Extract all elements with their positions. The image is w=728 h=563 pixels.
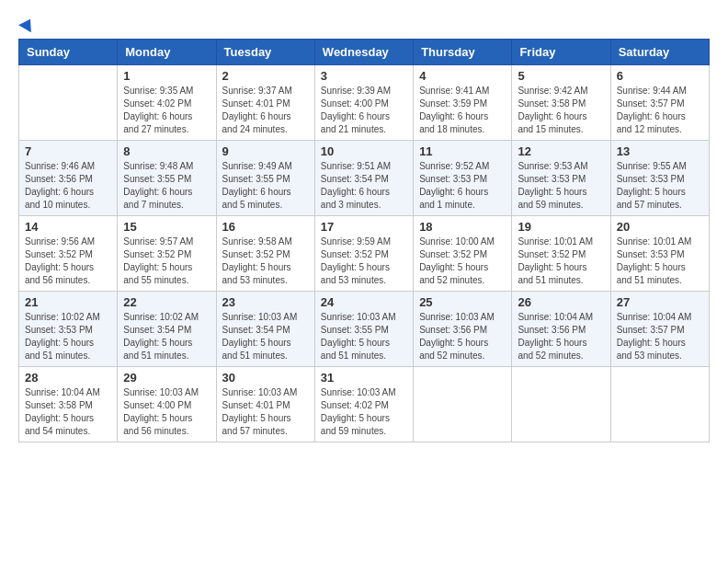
calendar-cell: 8Sunrise: 9:48 AMSunset: 3:55 PMDaylight… [118, 141, 216, 216]
day-info: Sunrise: 9:55 AMSunset: 3:53 PMDaylight:… [617, 160, 703, 212]
day-number: 13 [617, 144, 703, 158]
day-number: 21 [25, 295, 111, 309]
day-number: 31 [321, 371, 407, 385]
column-header-friday: Friday [512, 40, 610, 65]
day-info: Sunrise: 10:00 AMSunset: 3:52 PMDaylight… [419, 236, 506, 287]
day-number: 5 [518, 69, 604, 83]
column-header-sunday: Sunday [19, 40, 118, 65]
calendar-cell: 23Sunrise: 10:03 AMSunset: 3:54 PMDaylig… [216, 292, 314, 367]
day-info: Sunrise: 9:46 AMSunset: 3:56 PMDaylight:… [25, 160, 111, 212]
day-info: Sunrise: 10:01 AMSunset: 3:53 PMDaylight… [617, 236, 703, 287]
calendar-cell: 31Sunrise: 10:03 AMSunset: 4:02 PMDaylig… [314, 367, 413, 442]
calendar-header-row: SundayMondayTuesdayWednesdayThursdayFrid… [19, 40, 710, 65]
calendar-cell: 10Sunrise: 9:51 AMSunset: 3:54 PMDayligh… [314, 141, 413, 216]
calendar-cell: 22Sunrise: 10:02 AMSunset: 3:54 PMDaylig… [118, 292, 216, 367]
day-info: Sunrise: 10:04 AMSunset: 3:56 PMDaylight… [518, 311, 604, 362]
page-header [18, 18, 710, 29]
day-number: 24 [321, 295, 407, 309]
day-info: Sunrise: 9:41 AMSunset: 3:59 PMDaylight:… [419, 85, 506, 136]
day-number: 30 [222, 371, 309, 385]
day-info: Sunrise: 10:01 AMSunset: 3:52 PMDaylight… [518, 236, 604, 287]
calendar-cell: 25Sunrise: 10:03 AMSunset: 3:56 PMDaylig… [414, 292, 512, 367]
day-info: Sunrise: 9:39 AMSunset: 4:00 PMDaylight:… [321, 85, 407, 136]
calendar-cell: 16Sunrise: 9:58 AMSunset: 3:52 PMDayligh… [216, 216, 314, 292]
day-info: Sunrise: 9:44 AMSunset: 3:57 PMDaylight:… [617, 85, 703, 136]
calendar-cell: 7Sunrise: 9:46 AMSunset: 3:56 PMDaylight… [19, 141, 118, 216]
day-number: 6 [617, 69, 703, 83]
day-number: 7 [25, 144, 111, 158]
calendar-cell: 24Sunrise: 10:03 AMSunset: 3:55 PMDaylig… [314, 292, 413, 367]
calendar-cell: 14Sunrise: 9:56 AMSunset: 3:52 PMDayligh… [19, 216, 118, 292]
day-info: Sunrise: 10:02 AMSunset: 3:53 PMDaylight… [25, 311, 111, 362]
calendar-cell [414, 367, 512, 442]
day-number: 19 [518, 220, 604, 234]
column-header-monday: Monday [118, 40, 216, 65]
calendar-cell: 13Sunrise: 9:55 AMSunset: 3:53 PMDayligh… [610, 141, 709, 216]
day-info: Sunrise: 10:03 AMSunset: 4:02 PMDaylight… [321, 386, 407, 438]
calendar-cell [610, 367, 709, 442]
calendar-table: SundayMondayTuesdayWednesdayThursdayFrid… [18, 39, 710, 442]
day-info: Sunrise: 9:35 AMSunset: 4:02 PMDaylight:… [123, 85, 210, 136]
column-header-saturday: Saturday [610, 40, 709, 65]
calendar-cell: 4Sunrise: 9:41 AMSunset: 3:59 PMDaylight… [414, 65, 512, 141]
day-number: 23 [222, 295, 309, 309]
day-number: 25 [419, 295, 506, 309]
calendar-week-row: 28Sunrise: 10:04 AMSunset: 3:58 PMDaylig… [19, 367, 710, 442]
calendar-cell: 2Sunrise: 9:37 AMSunset: 4:01 PMDaylight… [216, 65, 314, 141]
day-number: 28 [25, 371, 111, 385]
day-info: Sunrise: 10:03 AMSunset: 3:55 PMDaylight… [321, 311, 407, 362]
day-number: 1 [123, 69, 210, 83]
day-number: 2 [222, 69, 309, 83]
calendar-cell: 17Sunrise: 9:59 AMSunset: 3:52 PMDayligh… [314, 216, 413, 292]
column-header-thursday: Thursday [414, 40, 512, 65]
column-header-tuesday: Tuesday [216, 40, 314, 65]
calendar-cell: 9Sunrise: 9:49 AMSunset: 3:55 PMDaylight… [216, 141, 314, 216]
day-info: Sunrise: 9:56 AMSunset: 3:52 PMDaylight:… [25, 236, 111, 287]
day-number: 26 [518, 295, 604, 309]
calendar-cell: 28Sunrise: 10:04 AMSunset: 3:58 PMDaylig… [19, 367, 118, 442]
logo [18, 18, 35, 29]
calendar-week-row: 14Sunrise: 9:56 AMSunset: 3:52 PMDayligh… [19, 216, 710, 292]
day-info: Sunrise: 10:04 AMSunset: 3:58 PMDaylight… [25, 386, 111, 438]
calendar-cell: 1Sunrise: 9:35 AMSunset: 4:02 PMDaylight… [118, 65, 216, 141]
day-info: Sunrise: 9:53 AMSunset: 3:53 PMDaylight:… [518, 160, 604, 212]
day-number: 14 [25, 220, 111, 234]
day-info: Sunrise: 10:03 AMSunset: 3:54 PMDaylight… [222, 311, 309, 362]
day-info: Sunrise: 9:59 AMSunset: 3:52 PMDaylight:… [321, 236, 407, 287]
column-header-wednesday: Wednesday [314, 40, 413, 65]
day-number: 9 [222, 144, 309, 158]
day-number: 3 [321, 69, 407, 83]
calendar-cell: 21Sunrise: 10:02 AMSunset: 3:53 PMDaylig… [19, 292, 118, 367]
calendar-cell: 29Sunrise: 10:03 AMSunset: 4:00 PMDaylig… [118, 367, 216, 442]
calendar-cell [512, 367, 610, 442]
day-info: Sunrise: 9:48 AMSunset: 3:55 PMDaylight:… [123, 160, 210, 212]
calendar-cell [19, 65, 118, 141]
calendar-cell: 6Sunrise: 9:44 AMSunset: 3:57 PMDaylight… [610, 65, 709, 141]
day-info: Sunrise: 9:42 AMSunset: 3:58 PMDaylight:… [518, 85, 604, 136]
day-number: 8 [123, 144, 210, 158]
calendar-cell: 18Sunrise: 10:00 AMSunset: 3:52 PMDaylig… [414, 216, 512, 292]
day-number: 27 [617, 295, 703, 309]
logo-icon [18, 16, 37, 32]
day-info: Sunrise: 10:03 AMSunset: 4:01 PMDaylight… [222, 386, 309, 438]
day-info: Sunrise: 9:58 AMSunset: 3:52 PMDaylight:… [222, 236, 309, 287]
calendar-cell: 20Sunrise: 10:01 AMSunset: 3:53 PMDaylig… [610, 216, 709, 292]
day-number: 10 [321, 144, 407, 158]
day-number: 12 [518, 144, 604, 158]
day-info: Sunrise: 10:03 AMSunset: 4:00 PMDaylight… [123, 386, 210, 438]
day-number: 22 [123, 295, 210, 309]
calendar-cell: 11Sunrise: 9:52 AMSunset: 3:53 PMDayligh… [414, 141, 512, 216]
day-number: 4 [419, 69, 506, 83]
day-number: 20 [617, 220, 703, 234]
day-info: Sunrise: 9:57 AMSunset: 3:52 PMDaylight:… [123, 236, 210, 287]
day-number: 11 [419, 144, 506, 158]
calendar-cell: 15Sunrise: 9:57 AMSunset: 3:52 PMDayligh… [118, 216, 216, 292]
calendar-cell: 30Sunrise: 10:03 AMSunset: 4:01 PMDaylig… [216, 367, 314, 442]
calendar-week-row: 21Sunrise: 10:02 AMSunset: 3:53 PMDaylig… [19, 292, 710, 367]
day-number: 18 [419, 220, 506, 234]
calendar-cell: 19Sunrise: 10:01 AMSunset: 3:52 PMDaylig… [512, 216, 610, 292]
day-number: 17 [321, 220, 407, 234]
calendar-cell: 12Sunrise: 9:53 AMSunset: 3:53 PMDayligh… [512, 141, 610, 216]
day-info: Sunrise: 9:51 AMSunset: 3:54 PMDaylight:… [321, 160, 407, 212]
day-info: Sunrise: 9:49 AMSunset: 3:55 PMDaylight:… [222, 160, 309, 212]
